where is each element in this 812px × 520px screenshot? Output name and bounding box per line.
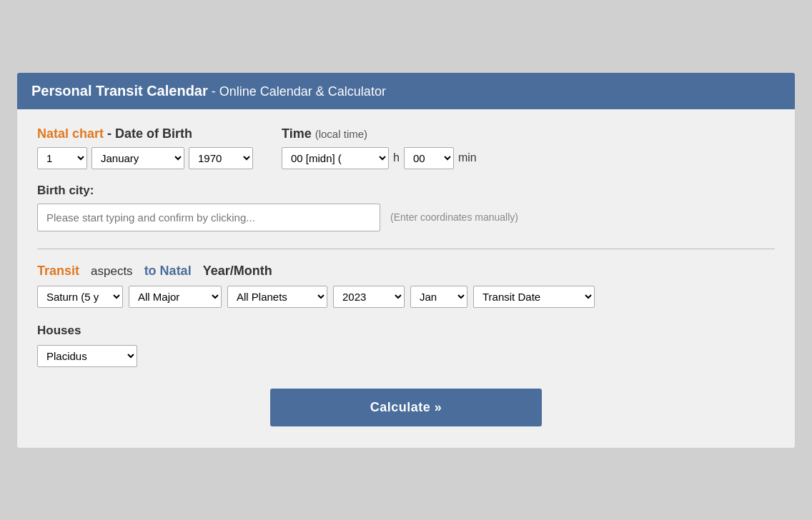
hour-select[interactable]: 00 [midn] (010203 0405060708 09101112 [n…	[282, 147, 389, 169]
transit-date-select[interactable]: Transit DateExact DateDate Range	[473, 286, 595, 308]
time-group: Time (local time) 00 [midn] (010203 0405…	[282, 126, 478, 169]
transit-section: Transit aspects to Natal Year/Month Satu…	[37, 264, 775, 308]
min-unit: min	[458, 151, 477, 164]
min-select[interactable]: 0005101520 2530354045 5055	[404, 147, 454, 169]
natal-chart-link[interactable]: Natal chart	[37, 126, 104, 141]
birthcity-label: Birth city:	[37, 184, 775, 198]
time-controls: 00 [midn] (010203 0405060708 09101112 [n…	[282, 147, 478, 169]
houses-label: Houses	[37, 324, 775, 338]
houses-select[interactable]: PlacidusKochEqual Whole SignCampanusRegi…	[37, 345, 137, 367]
month-select[interactable]: JanuaryFebruaryMarchApril MayJuneJulyAug…	[91, 147, 184, 169]
hour-unit: h	[393, 151, 400, 164]
dob-dash: - Date of Birth	[107, 126, 192, 141]
time-label: Time (local time)	[282, 126, 478, 141]
calculate-button[interactable]: Calculate »	[270, 389, 542, 426]
birthcity-row: (Enter coordinates manually)	[37, 204, 775, 231]
transit-heading-orange: Transit	[37, 264, 79, 279]
year-select[interactable]: 19701971197219731974	[189, 147, 253, 169]
birthcity-section: Birth city: (Enter coordinates manually)	[37, 184, 775, 231]
transit-month-select[interactable]: JanFebMarAprMay JunJulAugSepOct NovDec	[410, 286, 467, 308]
time-label-text: Time	[282, 126, 312, 141]
card-body: Natal chart - Date of Birth 12345 678910…	[17, 109, 795, 448]
page-title-sub: - Online Calendar & Calculator	[208, 84, 386, 99]
transit-year-select[interactable]: 20232024202220212020	[333, 286, 405, 308]
section-divider	[37, 249, 775, 249]
dob-controls: 12345 678910 1112131415 1617181920 21222…	[37, 147, 253, 169]
calculate-row: Calculate »	[37, 389, 775, 426]
transit-planet-select[interactable]: Saturn (5 yJupiterMars VenusMercurySunMo…	[37, 286, 123, 308]
transit-heading-aspects: aspects	[91, 264, 133, 279]
transit-header: Transit aspects to Natal Year/Month	[37, 264, 775, 279]
transit-heading-blue: to Natal	[144, 264, 192, 279]
day-select[interactable]: 12345 678910 1112131415 1617181920 21222…	[37, 147, 87, 169]
houses-section: Houses PlacidusKochEqual Whole SignCampa…	[37, 324, 775, 367]
natal-planets-select[interactable]: All PlanetsSunMoonMercury VenusMarsJupit…	[227, 286, 327, 308]
page-title-bold: Personal Transit Calendar	[31, 83, 208, 99]
page-header: Personal Transit Calendar - Online Calen…	[17, 73, 795, 109]
aspects-select[interactable]: All MajorAll MinorConjunction Opposition…	[129, 286, 222, 308]
time-sub-text: (local time)	[315, 128, 367, 140]
birthcity-input[interactable]	[37, 204, 380, 231]
coord-link[interactable]: (Enter coordinates manually)	[390, 211, 518, 223]
natal-section: Natal chart - Date of Birth 12345 678910…	[37, 126, 775, 169]
transit-heading-yearmonth: Year/Month	[203, 264, 272, 279]
natal-row: Natal chart - Date of Birth 12345 678910…	[37, 126, 775, 169]
transit-controls: Saturn (5 yJupiterMars VenusMercurySunMo…	[37, 286, 775, 308]
dob-group: Natal chart - Date of Birth 12345 678910…	[37, 126, 253, 169]
main-card: Personal Transit Calendar - Online Calen…	[16, 72, 796, 449]
dob-label: Natal chart - Date of Birth	[37, 126, 253, 141]
